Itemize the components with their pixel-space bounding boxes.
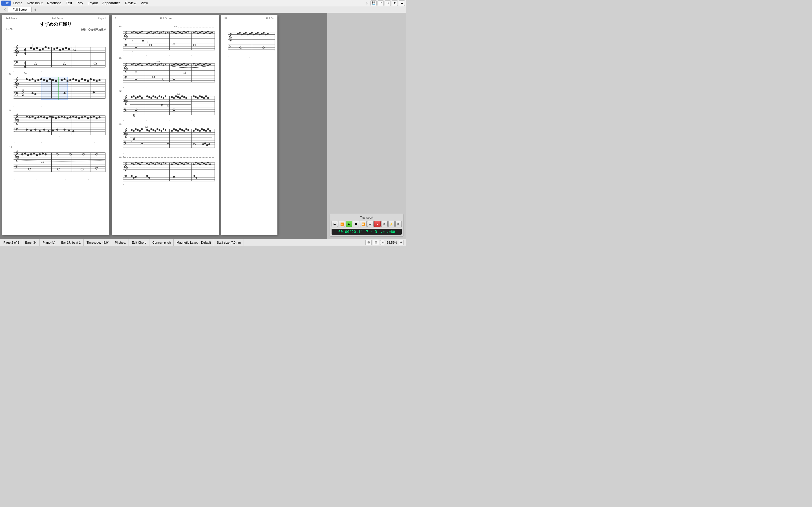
svg-point-476 — [173, 162, 175, 163]
svg-point-429 — [205, 130, 207, 131]
fast-forward-button[interactable]: ⏩ — [360, 221, 366, 227]
svg-point-108 — [26, 115, 28, 117]
svg-text:♭: ♭ — [147, 41, 148, 43]
svg-point-90 — [35, 93, 36, 95]
concert-pitch-button[interactable]: Concert pitch — [149, 239, 174, 245]
rewind-button[interactable]: ⏪ — [339, 221, 345, 227]
metronome-button[interactable]: ⚡ — [388, 221, 395, 227]
save-button[interactable]: 💾 — [370, 0, 377, 6]
svg-point-114 — [43, 116, 45, 118]
svg-point-247 — [193, 32, 195, 33]
menu-text[interactable]: Text — [63, 1, 74, 6]
magnetic-layout[interactable]: Magnetic Layout: Default — [174, 239, 214, 245]
score-area[interactable]: Full Score Full Score Page 1 すずめの戸締り ♩ =… — [0, 13, 327, 239]
timecode: Timecode: 48.0" — [84, 239, 112, 245]
undo-button[interactable]: ↩ — [377, 0, 384, 6]
svg-text:mf: mf — [41, 161, 44, 164]
svg-point-285 — [133, 63, 135, 64]
close-icon[interactable]: ✕ — [3, 8, 6, 11]
menu-note-input[interactable]: Note Input — [24, 1, 45, 6]
svg-point-317 — [209, 64, 211, 65]
svg-point-308 — [188, 64, 189, 65]
svg-text:5: 5 — [9, 73, 11, 75]
svg-point-427 — [201, 128, 203, 130]
svg-point-67 — [49, 78, 51, 80]
svg-point-125 — [75, 116, 77, 118]
svg-text:8va: 8va — [123, 156, 126, 158]
zoom-area: − 58.55% + — [380, 240, 404, 245]
svg-point-182 — [57, 168, 60, 170]
edit-chord-button[interactable]: Edit Chord — [129, 239, 149, 245]
play-button[interactable]: ▶ — [346, 221, 352, 227]
extra-button[interactable]: ▼ — [392, 0, 398, 6]
instrument-selector[interactable]: Piano (b) — [40, 239, 58, 245]
svg-point-300 — [171, 64, 173, 66]
loop-button[interactable]: ↺ — [381, 221, 388, 227]
transport-controls: ⏮ ⏪ ▶ ⏹ ⏩ ⏭ ● ↺ ⚡ ⟳ — [332, 221, 402, 227]
search-icon: pl — [366, 1, 368, 5]
zoom-in-button[interactable]: + — [399, 240, 404, 245]
svg-text:𝄍: 𝄍 — [41, 70, 42, 72]
transport-time-display: 00:00'20.1" 7 · 3 ♩= ♩=80 — [332, 229, 402, 235]
svg-point-249 — [197, 33, 199, 34]
svg-point-344 — [137, 96, 139, 98]
extra-transport-button[interactable]: ⟳ — [395, 221, 402, 227]
svg-point-115 — [46, 117, 48, 119]
svg-point-77 — [81, 78, 83, 80]
menu-play[interactable]: Play — [74, 1, 85, 6]
svg-point-498 — [173, 176, 175, 178]
svg-point-482 — [185, 162, 187, 163]
view-options-button[interactable]: ⊡ — [365, 240, 371, 245]
record-button[interactable]: ● — [374, 221, 380, 227]
menu-view[interactable]: View — [139, 1, 150, 6]
menu-home[interactable]: Home — [11, 1, 24, 6]
svg-point-287 — [137, 64, 139, 65]
svg-point-487 — [199, 163, 201, 165]
svg-point-118 — [55, 117, 57, 119]
svg-point-140 — [35, 128, 36, 130]
menu-notations[interactable]: Notations — [45, 1, 64, 6]
svg-point-484 — [193, 163, 195, 165]
svg-text:4: 4 — [24, 51, 27, 56]
svg-point-477 — [175, 163, 177, 164]
svg-point-468 — [153, 163, 154, 164]
svg-text:𝄍: 𝄍 — [192, 54, 193, 56]
svg-point-147 — [68, 129, 70, 131]
svg-point-262 — [173, 43, 175, 45]
rewind-start-button[interactable]: ⏮ — [332, 221, 338, 227]
jump-end-button[interactable]: ⏭ — [367, 221, 373, 227]
pitches: Pitches: — [112, 239, 129, 245]
tab-full-score[interactable]: Full Score — [8, 7, 32, 12]
svg-point-143 — [48, 130, 50, 132]
svg-text:𝄢: 𝄢 — [132, 40, 133, 43]
redo-button[interactable]: ↪ — [385, 0, 391, 6]
menu-appearance[interactable]: Appearance — [100, 1, 123, 6]
svg-point-223 — [135, 32, 137, 33]
stop-button[interactable]: ⏹ — [353, 221, 359, 227]
svg-point-465 — [146, 163, 148, 164]
svg-point-431 — [209, 130, 211, 131]
svg-text:𝄢: 𝄢 — [228, 45, 232, 50]
svg-point-82 — [96, 80, 98, 82]
svg-point-181 — [28, 168, 31, 170]
add-tab-button[interactable]: + — [33, 7, 38, 12]
svg-point-124 — [72, 115, 74, 117]
menu-bar: File Home Note Input Notations Text Play… — [0, 0, 406, 6]
svg-text:𝄞: 𝄞 — [123, 31, 128, 41]
menu-layout[interactable]: Layout — [86, 1, 100, 6]
zoom-out-button[interactable]: − — [380, 240, 385, 245]
svg-point-426 — [199, 130, 201, 131]
svg-point-462 — [137, 163, 139, 164]
actual-size-button[interactable]: ⊠ — [373, 240, 379, 245]
menu-file[interactable]: File — [1, 1, 11, 6]
cloud-button[interactable]: ☁ — [399, 0, 405, 6]
svg-point-368 — [199, 95, 201, 97]
svg-point-233 — [158, 33, 160, 34]
svg-text:16: 16 — [119, 25, 121, 28]
svg-point-168 — [33, 152, 35, 154]
svg-point-284 — [131, 64, 133, 65]
svg-point-132 — [96, 117, 98, 119]
svg-point-428 — [203, 129, 205, 131]
svg-point-239 — [173, 32, 175, 33]
menu-review[interactable]: Review — [123, 1, 139, 6]
